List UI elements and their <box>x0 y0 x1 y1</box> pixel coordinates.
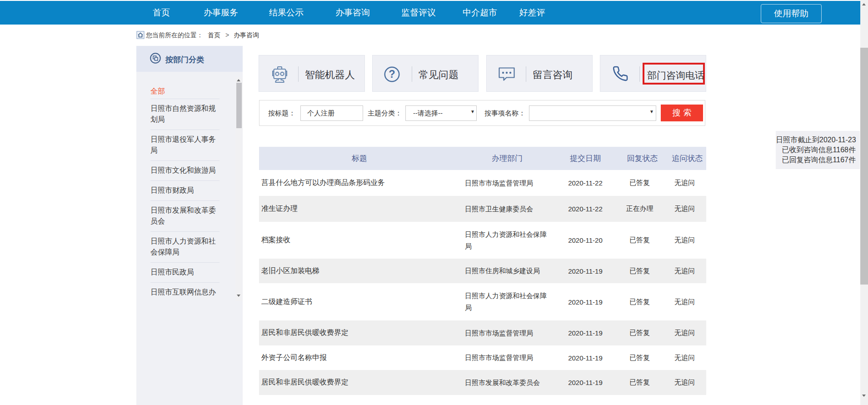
svg-text:?: ? <box>389 68 395 80</box>
